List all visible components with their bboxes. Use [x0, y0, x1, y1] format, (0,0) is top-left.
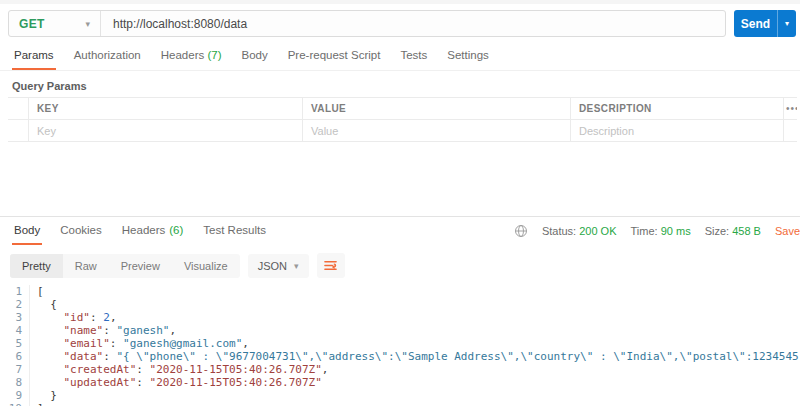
column-header-value: VALUE: [302, 98, 570, 119]
method-label: GET: [19, 17, 45, 31]
line-number[interactable]: 1: [0, 285, 30, 298]
view-preview-button[interactable]: Preview: [109, 254, 172, 278]
view-pretty-button[interactable]: Pretty: [10, 254, 63, 278]
code-line: 10]: [0, 402, 800, 406]
response-headers-count-badge: (6): [169, 224, 183, 236]
time-indicator: Time: 90 ms: [631, 225, 691, 237]
code-line: 9 }: [0, 389, 800, 402]
response-body-code[interactable]: 1[2 {3 "id": 2,4 "name": "ganesh",5 "ema…: [0, 285, 800, 406]
send-button[interactable]: Send ▾: [734, 10, 796, 37]
value-input[interactable]: Value: [302, 120, 570, 141]
code-line: 8 "updatedAt": "2020-11-15T05:40:26.707Z…: [0, 376, 800, 389]
request-tabs: Params Authorization Headers (7) Body Pr…: [0, 46, 800, 71]
description-input[interactable]: Description: [570, 120, 783, 141]
size-value: 458 B: [732, 225, 761, 237]
params-more-options-button[interactable]: •••: [783, 98, 797, 119]
tab-pre-request-script[interactable]: Pre-request Script: [286, 46, 383, 70]
response-tab-test-results[interactable]: Test Results: [201, 217, 268, 245]
response-tabs: Body Cookies Headers(6) Test Results: [12, 217, 268, 245]
line-content: "id": 2,: [30, 311, 117, 324]
status-value: 200 OK: [579, 225, 616, 237]
code-line: 1[: [0, 285, 800, 298]
request-url-bar: GET ▾ http://localhost:8080/data Send ▾: [8, 10, 796, 37]
query-params-input-row: Key Value Description: [8, 120, 797, 142]
response-tab-cookies[interactable]: Cookies: [58, 217, 104, 245]
save-response-button[interactable]: Save: [775, 225, 800, 237]
tab-authorization[interactable]: Authorization: [72, 46, 143, 70]
line-number[interactable]: 7: [0, 363, 30, 376]
line-content: "email": "ganesh@gmail.com",: [30, 337, 249, 350]
line-number[interactable]: 2: [0, 298, 30, 311]
code-line: 6 "data": "{ \"phone\" : \"9677004731\",…: [0, 350, 800, 363]
response-tab-body[interactable]: Body: [12, 217, 42, 245]
line-content: "data": "{ \"phone\" : \"9677004731\",\"…: [30, 350, 800, 363]
request-response-spacer: [0, 142, 800, 216]
line-content: [: [30, 285, 44, 298]
window-top-divider: [0, 0, 800, 4]
url-input[interactable]: http://localhost:8080/data: [101, 11, 725, 36]
view-visualize-button[interactable]: Visualize: [172, 254, 240, 278]
tab-body[interactable]: Body: [239, 46, 269, 70]
row-checkbox-cell[interactable]: [8, 120, 28, 141]
line-number[interactable]: 5: [0, 337, 30, 350]
time-value: 90 ms: [661, 225, 691, 237]
line-number[interactable]: 9: [0, 389, 30, 402]
query-params-header-row: KEY VALUE DESCRIPTION •••: [8, 98, 797, 120]
line-content: "name": "ganesh",: [30, 324, 176, 337]
response-toolbar: Pretty Raw Preview Visualize JSON ▾: [10, 253, 800, 278]
line-number[interactable]: 3: [0, 311, 30, 324]
response-view-switcher: Pretty Raw Preview Visualize: [10, 254, 240, 278]
line-content: "updatedAt": "2020-11-15T05:40:26.707Z": [30, 376, 322, 389]
tab-params[interactable]: Params: [12, 46, 56, 70]
query-params-title: Query Params: [12, 80, 800, 92]
response-header: Body Cookies Headers(6) Test Results Sta…: [0, 216, 800, 245]
line-number[interactable]: 8: [0, 376, 30, 389]
line-number[interactable]: 10: [0, 402, 30, 406]
chevron-down-icon: ▾: [294, 261, 299, 271]
code-line: 4 "name": "ganesh",: [0, 324, 800, 337]
chevron-down-icon: ▾: [85, 19, 90, 29]
response-meta: Status: 200 OK Time: 90 ms Size: 458 B S…: [514, 224, 800, 238]
url-box: GET ▾ http://localhost:8080/data: [8, 10, 726, 37]
wrap-text-button[interactable]: [317, 253, 345, 278]
response-tab-headers[interactable]: Headers(6): [120, 217, 186, 245]
code-line: 2 {: [0, 298, 800, 311]
method-dropdown[interactable]: GET ▾: [9, 11, 101, 36]
tab-headers[interactable]: Headers (7): [159, 46, 224, 70]
column-header-key: KEY: [28, 98, 302, 119]
view-raw-button[interactable]: Raw: [63, 254, 109, 278]
url-value: http://localhost:8080/data: [113, 17, 247, 31]
code-line: 7 "createdAt": "2020-11-15T05:40:26.707Z…: [0, 363, 800, 376]
send-button-label[interactable]: Send: [734, 10, 777, 37]
line-content: }: [30, 389, 57, 402]
code-line: 3 "id": 2,: [0, 311, 800, 324]
send-options-caret[interactable]: ▾: [777, 10, 796, 37]
tab-tests[interactable]: Tests: [398, 46, 429, 70]
code-line: 5 "email": "ganesh@gmail.com",: [0, 337, 800, 350]
row-select-column: [8, 98, 28, 119]
line-content: ]: [30, 402, 44, 406]
status-indicator: Status: 200 OK: [542, 225, 617, 237]
line-content: {: [30, 298, 57, 311]
line-content: "createdAt": "2020-11-15T05:40:26.707Z",: [30, 363, 328, 376]
network-globe-icon[interactable]: [514, 224, 528, 238]
line-number[interactable]: 4: [0, 324, 30, 337]
tab-settings[interactable]: Settings: [445, 46, 491, 70]
wrap-text-icon: [323, 258, 338, 273]
size-indicator: Size: 458 B: [705, 225, 761, 237]
row-actions-cell: [783, 120, 800, 141]
chevron-down-icon: ▾: [785, 19, 789, 28]
key-input[interactable]: Key: [28, 120, 302, 141]
format-dropdown[interactable]: JSON ▾: [248, 254, 309, 278]
format-label: JSON: [258, 260, 287, 272]
column-header-description: DESCRIPTION: [570, 98, 783, 119]
headers-count-badge: (7): [207, 49, 221, 61]
line-number[interactable]: 6: [0, 350, 30, 363]
query-params-table: KEY VALUE DESCRIPTION ••• Key Value Desc…: [8, 97, 797, 142]
